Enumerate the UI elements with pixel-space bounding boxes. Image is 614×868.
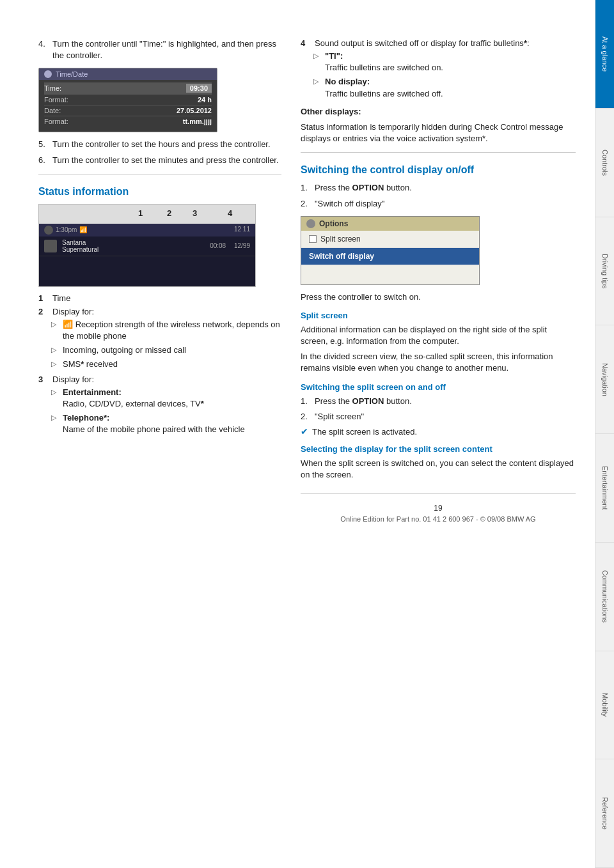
album-icon xyxy=(44,240,57,252)
list-item-2: 2 Display for: xyxy=(38,307,281,316)
item-4-bullet-2: ▷ No display: Traffic bulletins are swit… xyxy=(313,76,576,99)
bullet-4-text: Entertainment: Radio, CD/DVD, external d… xyxy=(63,387,204,410)
options-screen: Options Split screen Switch off display xyxy=(301,216,480,285)
status-screen: 1:30pm 📶 12 11 Santana Supernatural 00:0… xyxy=(39,224,255,286)
status-heading: Status information xyxy=(38,186,281,198)
step-5-item: 5. Turn the controller to set the hours … xyxy=(38,139,281,150)
selecting-heading: Selecting the display for the split scre… xyxy=(301,444,576,454)
arrow-icon-4: ▷ xyxy=(51,387,59,410)
arrow-icon-5: ▷ xyxy=(51,412,59,435)
cd-step-1-num: 1. xyxy=(301,182,311,194)
screen-row-format2: Format: tt.mm.jjjj xyxy=(44,116,212,127)
page-footer: 19 Online Edition for Part no. 01 41 2 6… xyxy=(301,493,576,529)
time-date-screen: Time/Date Time: 09:30 Format: 24 h Date:… xyxy=(38,68,217,132)
selecting-text: When the split screen is switched on, yo… xyxy=(301,458,576,481)
item-2-num: 2 xyxy=(38,307,47,316)
item-2-bullet-1: ▷ 📶 Reception strength of the wireless n… xyxy=(51,319,281,342)
ti-text: "TI": Traffic bulletins are switched on. xyxy=(325,50,443,74)
arrow-icon-3: ▷ xyxy=(51,359,59,370)
control-display-heading: Switching the control display on/off xyxy=(301,164,576,176)
left-column: 4. Turn the controller until "Time:" is … xyxy=(38,38,281,842)
status-list: 1 Time 2 Display for: ▷ 📶 Reception stre… xyxy=(38,293,281,436)
sidebar-item-at-a-glance[interactable]: At a glance xyxy=(595,0,614,109)
row-format1-label: Format: xyxy=(44,96,68,104)
arrow-icon-1: ▷ xyxy=(51,319,59,342)
item-4-text: Sound output is switched off or display … xyxy=(315,38,530,48)
press-controller-text: Press the controller to switch on. xyxy=(301,291,576,303)
radio-icon xyxy=(44,226,53,235)
checkmark-text: The split screen is activated. xyxy=(312,427,417,437)
item-4-bullet-1: ▷ "TI": Traffic bulletins are switched o… xyxy=(313,50,576,74)
sw-step-2-num: 2. xyxy=(301,411,311,422)
row-format2-value: tt.mm.jjjj xyxy=(183,118,212,125)
divider-2 xyxy=(301,152,576,153)
entertainment-text: Radio, CD/DVD, external devices, TV* xyxy=(63,399,204,408)
step-5-number: 5. xyxy=(38,139,49,150)
item-3-text: Display for: xyxy=(52,375,94,384)
sidebar-item-controls[interactable]: Controls xyxy=(595,109,614,217)
divider-1 xyxy=(38,174,281,174)
row-format1-value: 24 h xyxy=(198,96,212,104)
cd-step-2-num: 2. xyxy=(301,198,311,210)
screen-title-bar: Time/Date xyxy=(39,68,217,80)
step-4-text: Turn the controller until "Time:" is hig… xyxy=(52,38,281,61)
sw-step-2: 2. "Split screen" xyxy=(301,411,576,422)
ti-desc: Traffic bulletins are switched on. xyxy=(325,63,443,72)
checkmark-line: ✔ The split screen is activated. xyxy=(301,426,576,437)
other-displays-label: Other displays: xyxy=(301,106,576,118)
step-6-item: 6. Turn the controller to set the minute… xyxy=(38,155,281,166)
status-row-1: Santana Supernatural 00:08 12/99 xyxy=(39,236,255,256)
signal-icon: 📶 xyxy=(79,226,87,233)
arrow-icon-2: ▷ xyxy=(51,345,59,356)
item-2-bullet-3: ▷ SMS* received xyxy=(51,359,281,370)
sidebar-item-navigation[interactable]: Navigation xyxy=(595,325,614,434)
status-right: 12 11 xyxy=(234,226,250,235)
right-column: 4 Sound output is switched off or displa… xyxy=(301,38,576,842)
bullet-3-text: SMS* received xyxy=(63,359,118,370)
footer-text: Online Edition for Part no. 01 41 2 600 … xyxy=(301,515,576,523)
no-display-label: No display: xyxy=(325,77,370,86)
screen-row-date: Date: 27.05.2012 xyxy=(44,105,212,116)
item-4-num: 4 xyxy=(301,38,310,48)
sidebar-item-mobility[interactable]: Mobility xyxy=(595,651,614,760)
step-6-text: Turn the controller to set the minutes a… xyxy=(52,155,279,166)
entertainment-label: Entertainment: xyxy=(63,387,122,397)
track-name: Santana xyxy=(62,239,98,246)
sidebar-item-driving-tips[interactable]: Driving tips xyxy=(595,217,614,326)
options-item-1: Split screen xyxy=(301,231,479,248)
bullet-2-text: Incoming, outgoing or missed call xyxy=(63,345,186,356)
options-item-2: Switch off display xyxy=(301,248,479,265)
cd-step-2: 2. "Switch off display" xyxy=(301,198,576,210)
telephone-text: Name of the mobile phone paired with the… xyxy=(63,424,245,434)
track-time: 00:08 12/99 xyxy=(210,242,250,249)
options-icon xyxy=(306,219,315,228)
sw-step-1-text: Press the OPTION button. xyxy=(315,396,412,407)
page-number: 19 xyxy=(301,504,576,513)
item-3-bullet-1: ▷ Entertainment: Radio, CD/DVD, external… xyxy=(51,387,281,410)
item-2-text: Display for: xyxy=(52,307,94,316)
telephone-label: Telephone*: xyxy=(63,413,109,422)
split-screen-heading: Split screen xyxy=(301,311,576,320)
item-1-text: Time xyxy=(52,293,70,303)
list-item-3: 3 Display for: xyxy=(38,375,281,384)
cd-step-1: 1. Press the OPTION button. xyxy=(301,182,576,194)
step-5-text: Turn the controller to set the hours and… xyxy=(52,139,271,150)
sidebar: At a glance Controls Driving tips Naviga… xyxy=(595,0,614,868)
cd-step-1-text: Press the OPTION button. xyxy=(315,182,412,194)
status-info-image: 1 2 3 4 1:30pm 📶 12 11 xyxy=(38,204,256,287)
no-display-text: No display: Traffic bulletins are switch… xyxy=(325,76,443,99)
screen-row-time: Time: 09:30 xyxy=(44,82,212,95)
marker-3: 3 xyxy=(193,208,223,218)
sidebar-item-entertainment[interactable]: Entertainment xyxy=(595,434,614,543)
sw-step-2-text: "Split screen" xyxy=(315,411,364,422)
sidebar-item-reference[interactable]: Reference xyxy=(595,759,614,868)
other-displays-text: Status information is temporarily hidden… xyxy=(301,121,576,144)
checkmark-icon: ✔ xyxy=(301,426,308,437)
track-num: 12/99 xyxy=(234,242,250,249)
signal-bars-icon: 📶 xyxy=(63,320,73,329)
status-time: 1:30pm 📶 xyxy=(44,226,87,235)
row-time-value: 09:30 xyxy=(186,84,212,93)
row-time-label: Time: xyxy=(44,84,61,92)
sidebar-item-communications[interactable]: Communications xyxy=(595,543,614,651)
options-title-text: Options xyxy=(319,219,348,228)
